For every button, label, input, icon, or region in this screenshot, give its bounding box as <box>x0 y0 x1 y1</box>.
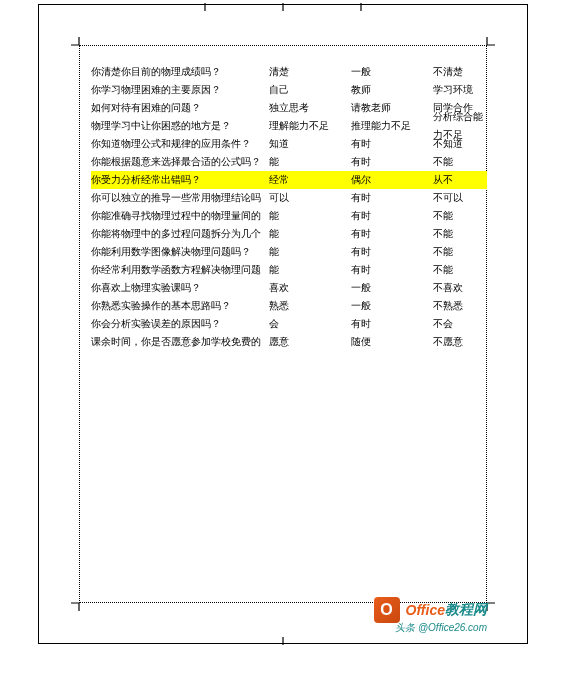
watermark-text2: 教程网 <box>445 601 487 619</box>
survey-row: 你受力分析经常出错吗？经常偶尔从不 <box>91 171 487 189</box>
survey-row: 你能利用数学图像解决物理问题吗？能有时不能 <box>91 243 487 261</box>
question-text: 你能根据题意来选择最合适的公式吗？ <box>91 153 269 171</box>
survey-row: 你能根据题意来选择最合适的公式吗？能有时不能 <box>91 153 487 171</box>
question-text: 你熟悉实验操作的基本思路吗？ <box>91 297 269 315</box>
option-text: 自己 <box>269 81 351 99</box>
option-text: 不能 <box>433 225 487 243</box>
question-text: 你能将物理中的多过程问题拆分为几个 <box>91 225 269 243</box>
crop-mark-bl <box>71 595 87 611</box>
option-text: 能 <box>269 243 351 261</box>
option-text: 独立思考 <box>269 99 351 117</box>
crop-mark-tm <box>277 3 289 13</box>
crop-mark-t1 <box>199 3 211 13</box>
option-text: 不能 <box>433 261 487 279</box>
page-frame: 你清楚你目前的物理成绩吗？清楚一般不清楚你学习物理困难的主要原因？自己教师学习环… <box>38 4 528 644</box>
survey-row: 如何对待有困难的问题？独立思考请教老师同学合作 <box>91 99 487 117</box>
survey-row: 你熟悉实验操作的基本思路吗？熟悉一般不熟悉 <box>91 297 487 315</box>
option-text: 从不 <box>433 171 487 189</box>
survey-row: 你会分析实验误差的原因吗？会有时不会 <box>91 315 487 333</box>
survey-row: 你经常利用数学函数方程解决物理问题能有时不能 <box>91 261 487 279</box>
option-text: 偶尔 <box>351 171 433 189</box>
option-text: 理解能力不足 <box>269 117 351 135</box>
survey-table: 你清楚你目前的物理成绩吗？清楚一般不清楚你学习物理困难的主要原因？自己教师学习环… <box>91 63 487 351</box>
watermark-subtext: 头条 @Office26.com <box>395 621 487 635</box>
option-text: 有时 <box>351 243 433 261</box>
option-text: 经常 <box>269 171 351 189</box>
question-text: 物理学习中让你困惑的地方是？ <box>91 117 269 135</box>
option-text: 一般 <box>351 297 433 315</box>
option-text: 喜欢 <box>269 279 351 297</box>
survey-row: 你可以独立的推导一些常用物理结论吗可以有时不可以 <box>91 189 487 207</box>
option-text: 有时 <box>351 261 433 279</box>
option-text: 有时 <box>351 135 433 153</box>
option-text: 熟悉 <box>269 297 351 315</box>
survey-row: 物理学习中让你困惑的地方是？理解能力不足推理能力不足分析综合能力不足 <box>91 117 487 135</box>
option-text: 知道 <box>269 135 351 153</box>
option-text: 不愿意 <box>433 333 487 351</box>
watermark-text1: Office <box>406 602 445 618</box>
question-text: 你知道物理公式和规律的应用条件？ <box>91 135 269 153</box>
question-text: 你学习物理困难的主要原因？ <box>91 81 269 99</box>
survey-row: 你学习物理困难的主要原因？自己教师学习环境 <box>91 81 487 99</box>
option-text: 有时 <box>351 207 433 225</box>
option-text: 能 <box>269 153 351 171</box>
question-text: 你受力分析经常出错吗？ <box>91 171 269 189</box>
option-text: 不能 <box>433 207 487 225</box>
option-text: 能 <box>269 261 351 279</box>
option-text: 不会 <box>433 315 487 333</box>
option-text: 不清楚 <box>433 63 487 81</box>
crop-mark-tl <box>71 37 87 53</box>
question-text: 你会分析实验误差的原因吗？ <box>91 315 269 333</box>
watermark-logo: O Office 教程网 <box>374 597 487 623</box>
crop-mark-tr <box>479 37 495 53</box>
option-text: 请教老师 <box>351 99 433 117</box>
option-text: 随便 <box>351 333 433 351</box>
survey-row: 你喜欢上物理实验课吗？喜欢一般不喜欢 <box>91 279 487 297</box>
option-text: 会 <box>269 315 351 333</box>
option-text: 一般 <box>351 63 433 81</box>
option-text: 可以 <box>269 189 351 207</box>
option-text: 不喜欢 <box>433 279 487 297</box>
option-text: 能 <box>269 207 351 225</box>
question-text: 你能准确寻找物理过程中的物理量间的 <box>91 207 269 225</box>
survey-row: 你清楚你目前的物理成绩吗？清楚一般不清楚 <box>91 63 487 81</box>
option-text: 不能 <box>433 153 487 171</box>
question-text: 你喜欢上物理实验课吗？ <box>91 279 269 297</box>
option-text: 不能 <box>433 243 487 261</box>
crop-mark-bm <box>277 635 289 645</box>
survey-row: 你能准确寻找物理过程中的物理量间的能有时不能 <box>91 207 487 225</box>
option-text: 愿意 <box>269 333 351 351</box>
question-text: 你可以独立的推导一些常用物理结论吗 <box>91 189 269 207</box>
question-text: 课余时间，你是否愿意参加学校免费的 <box>91 333 269 351</box>
question-text: 如何对待有困难的问题？ <box>91 99 269 117</box>
option-text: 能 <box>269 225 351 243</box>
option-text: 有时 <box>351 153 433 171</box>
office-icon: O <box>374 597 400 623</box>
survey-row: 课余时间，你是否愿意参加学校免费的愿意随便不愿意 <box>91 333 487 351</box>
option-text: 有时 <box>351 189 433 207</box>
survey-row: 你能将物理中的多过程问题拆分为几个能有时不能 <box>91 225 487 243</box>
option-text: 推理能力不足 <box>351 117 433 135</box>
question-text: 你经常利用数学函数方程解决物理问题 <box>91 261 269 279</box>
option-text: 不熟悉 <box>433 297 487 315</box>
option-text: 一般 <box>351 279 433 297</box>
question-text: 你清楚你目前的物理成绩吗？ <box>91 63 269 81</box>
option-text: 有时 <box>351 225 433 243</box>
survey-row: 你知道物理公式和规律的应用条件？知道有时不知道 <box>91 135 487 153</box>
question-text: 你能利用数学图像解决物理问题吗？ <box>91 243 269 261</box>
option-text: 不知道 <box>433 135 487 153</box>
option-text: 学习环境 <box>433 81 487 99</box>
crop-mark-t2 <box>355 3 367 13</box>
option-text: 不可以 <box>433 189 487 207</box>
option-text: 教师 <box>351 81 433 99</box>
option-text: 有时 <box>351 315 433 333</box>
option-text: 清楚 <box>269 63 351 81</box>
